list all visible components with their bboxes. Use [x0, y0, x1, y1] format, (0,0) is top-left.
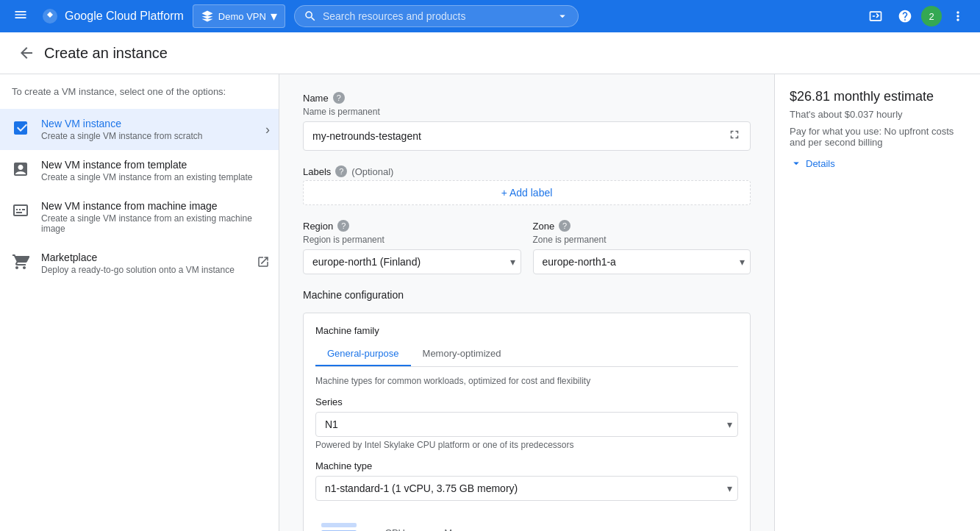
series-select-wrapper: N1E2N2 ▾: [315, 412, 738, 437]
marketplace-action-icon: [257, 255, 270, 271]
svg-rect-4: [321, 523, 357, 527]
series-select[interactable]: N1E2N2: [315, 412, 738, 437]
vm-template-title: New VM instance from template: [41, 159, 267, 171]
sidebar-item-marketplace[interactable]: Marketplace Deploy a ready-to-go solutio…: [0, 243, 279, 284]
menu-icon[interactable]: [9, 3, 32, 30]
vcpu-label: vCPU: [380, 527, 405, 531]
monthly-estimate: $26.81 monthly estimate: [790, 89, 965, 104]
name-help-icon[interactable]: ?: [333, 92, 345, 104]
series-label: Series: [315, 396, 738, 407]
project-expand-icon: ▾: [271, 8, 277, 24]
search-input[interactable]: [323, 6, 551, 26]
sidebar-item-new-vm[interactable]: New VM instance Create a single VM insta…: [0, 109, 279, 150]
memory-label: Memory: [444, 527, 479, 531]
vm-template-content: New VM instance from template Create a s…: [41, 159, 267, 182]
labels-help-icon[interactable]: ?: [335, 165, 347, 177]
vm-template-desc: Create a single VM instance from an exis…: [41, 172, 267, 182]
new-vm-content: New VM instance Create a single VM insta…: [41, 118, 267, 141]
tab-general-purpose[interactable]: General-purpose: [315, 342, 411, 366]
project-name: Demo VPN: [218, 11, 266, 22]
marketplace-icon: [12, 253, 29, 271]
back-button[interactable]: [18, 44, 35, 62]
region-sublabel: Region is permanent: [303, 235, 521, 245]
avatar-label: 2: [929, 11, 934, 22]
labels-optional: (Optional): [351, 166, 393, 177]
new-vm-desc: Create a single VM instance from scratch: [41, 131, 267, 141]
marketplace-desc: Deploy a ready-to-go solution onto a VM …: [41, 265, 267, 275]
machine-family-tabs: General-purpose Memory-optimized: [315, 342, 738, 367]
tab-memory-optimized[interactable]: Memory-optimized: [411, 342, 513, 366]
name-field-group: Name ? Name is permanent: [303, 92, 751, 151]
details-toggle[interactable]: Details: [790, 157, 965, 170]
logo: Google Cloud Platform: [41, 7, 184, 25]
right-panel: $26.81 monthly estimate That's about $0.…: [774, 74, 980, 531]
search-bar[interactable]: [294, 5, 579, 27]
machine-stack-icon: [315, 518, 362, 531]
name-input-icon: [728, 128, 741, 144]
project-selector[interactable]: Demo VPN ▾: [193, 4, 285, 28]
region-label: Region ?: [303, 220, 521, 232]
machine-type-visual: vCPU 1 Memory 3.75 GB: [315, 513, 738, 531]
billing-note: Pay for what you use: No upfront costs a…: [790, 126, 965, 148]
labels-field-group: Labels ? (Optional) + Add label: [303, 165, 751, 205]
marketplace-content: Marketplace Deploy a ready-to-go solutio…: [41, 252, 267, 275]
labels-label: Labels ? (Optional): [303, 165, 751, 177]
machine-family-desc: Machine types for common workloads, opti…: [315, 376, 738, 386]
machine-config-section: Machine family General-purpose Memory-op…: [303, 313, 751, 531]
memory-metric: Memory 3.75 GB: [434, 527, 488, 531]
logo-text: Google Cloud Platform: [65, 10, 184, 23]
topbar: Google Cloud Platform Demo VPN ▾ 2: [0, 0, 980, 32]
sidebar: To create a VM instance, select one of t…: [0, 74, 279, 531]
zone-group: Zone ? Zone is permanent europe-north1-a…: [533, 220, 751, 274]
zone-sublabel: Zone is permanent: [533, 235, 751, 245]
sidebar-intro: To create a VM instance, select one of t…: [0, 86, 279, 109]
zone-select-wrapper: europe-north1-a europe-north1-b ▾: [533, 249, 751, 274]
name-label: Name ?: [303, 92, 751, 104]
machine-type-select[interactable]: n1-standard-1 (1 vCPU, 3.75 GB memory) n…: [315, 476, 738, 501]
machine-type-select-wrapper: n1-standard-1 (1 vCPU, 3.75 GB memory) n…: [315, 476, 738, 501]
content-area: Name ? Name is permanent Labels ? (Optio…: [279, 74, 774, 531]
series-powered-text: Powered by Intel Skylake CPU platform or…: [315, 440, 738, 450]
more-options-icon[interactable]: [945, 3, 971, 29]
terminal-icon[interactable]: [862, 3, 889, 29]
machine-family-label: Machine family: [315, 325, 738, 336]
zone-select[interactable]: europe-north1-a europe-north1-b: [533, 249, 751, 274]
machine-type-label: Machine type: [315, 460, 738, 471]
region-select-wrapper: europe-north1 (Finland) us-central1 (Iow…: [303, 249, 521, 274]
add-label-button[interactable]: + Add label: [303, 180, 751, 205]
marketplace-title: Marketplace: [41, 252, 267, 263]
avatar[interactable]: 2: [921, 6, 942, 26]
sidebar-item-vm-image[interactable]: New VM instance from machine image Creat…: [0, 191, 279, 243]
name-sublabel: Name is permanent: [303, 107, 751, 117]
main-layout: To create a VM instance, select one of t…: [0, 74, 980, 531]
new-vm-arrow: ›: [265, 122, 270, 138]
region-help-icon[interactable]: ?: [337, 220, 349, 232]
machine-config-section-title: Machine configuration: [303, 289, 751, 301]
name-input-wrapper: [303, 121, 751, 151]
region-group: Region ? Region is permanent europe-nort…: [303, 220, 521, 274]
vm-image-content: New VM instance from machine image Creat…: [41, 200, 267, 234]
region-select[interactable]: europe-north1 (Finland) us-central1 (Iow…: [303, 249, 521, 274]
vcpu-memory-row: vCPU 1 Memory 3.75 GB: [380, 527, 488, 531]
vm-image-icon: [12, 202, 29, 219]
vm-image-title: New VM instance from machine image: [41, 200, 267, 212]
hourly-estimate: That's about $0.037 hourly: [790, 109, 965, 120]
details-label: Details: [806, 158, 835, 169]
help-icon[interactable]: [892, 3, 918, 29]
vm-template-icon: [12, 160, 29, 178]
vcpu-metric: vCPU 1: [380, 527, 405, 531]
page-header: Create an instance: [0, 32, 980, 74]
zone-label: Zone ?: [533, 220, 751, 232]
name-input[interactable]: [312, 130, 728, 142]
sidebar-item-vm-template[interactable]: New VM instance from template Create a s…: [0, 150, 279, 191]
new-vm-title: New VM instance: [41, 118, 267, 129]
new-vm-icon: [12, 119, 29, 137]
page-title: Create an instance: [44, 45, 168, 62]
topbar-icons: 2: [862, 3, 971, 29]
region-zone-row: Region ? Region is permanent europe-nort…: [303, 220, 751, 289]
zone-help-icon[interactable]: ?: [559, 220, 571, 232]
vm-image-desc: Create a single VM instance from an exis…: [41, 213, 267, 234]
